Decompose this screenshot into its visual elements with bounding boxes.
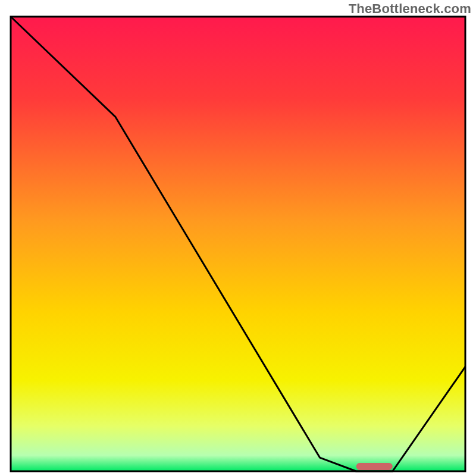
plot-area	[11, 17, 465, 471]
chart-svg	[0, 0, 476, 476]
optimal-region-marker	[356, 463, 393, 470]
chart-container: TheBottleneck.com	[0, 0, 476, 476]
gradient-background	[11, 17, 465, 471]
watermark-text: TheBottleneck.com	[349, 1, 471, 17]
